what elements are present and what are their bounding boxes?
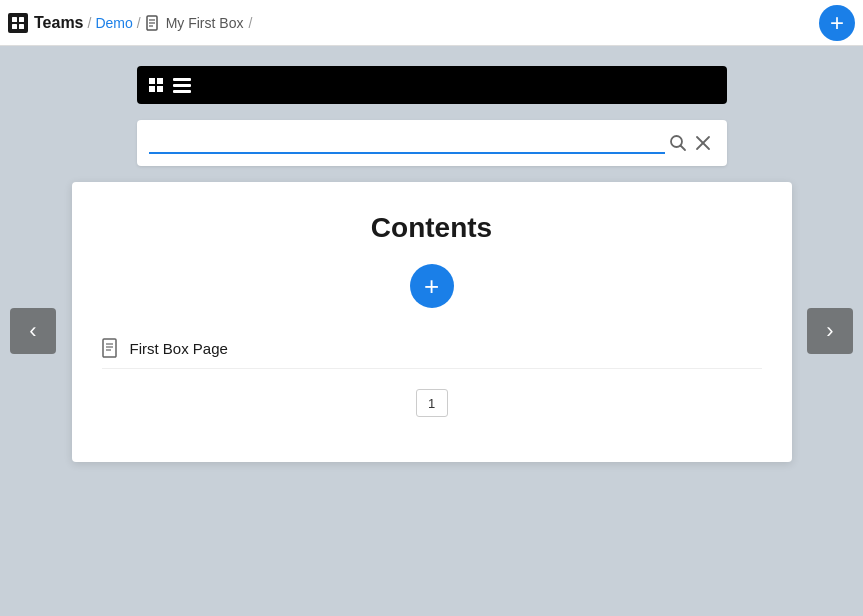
breadcrumb-demo[interactable]: Demo xyxy=(95,15,132,31)
list-item[interactable]: First Box Page xyxy=(102,328,762,369)
svg-rect-1 xyxy=(19,17,24,22)
breadcrumb-sep-1: / xyxy=(88,15,92,31)
svg-rect-3 xyxy=(19,24,24,29)
nav-arrow-left[interactable]: ‹ xyxy=(10,308,56,354)
search-input[interactable] xyxy=(149,133,665,154)
svg-rect-2 xyxy=(12,24,17,29)
search-submit-button[interactable] xyxy=(665,130,691,156)
page-item-icon xyxy=(102,338,120,358)
contents-title: Contents xyxy=(102,212,762,244)
chevron-right-icon: › xyxy=(826,320,833,342)
nav-arrow-right[interactable]: › xyxy=(807,308,853,354)
search-input-wrapper xyxy=(149,133,665,154)
breadcrumb: Teams / Demo / My First Box / xyxy=(8,13,252,33)
svg-line-9 xyxy=(680,146,685,151)
add-page-button[interactable]: + xyxy=(410,264,454,308)
breadcrumb-myfirstbox[interactable]: My First Box / xyxy=(145,15,253,31)
chevron-left-icon: ‹ xyxy=(29,320,36,342)
teams-label: Teams xyxy=(34,14,84,32)
grid-view-icon[interactable] xyxy=(147,76,165,94)
page-number[interactable]: 1 xyxy=(416,389,448,417)
svg-rect-12 xyxy=(103,339,116,357)
toolbar xyxy=(137,66,727,104)
page-item-label: First Box Page xyxy=(130,340,228,357)
close-icon xyxy=(695,135,711,151)
search-icon xyxy=(669,134,687,152)
content-wrapper: Contents + First Box Page 1 ‹ › xyxy=(0,46,863,616)
search-bar xyxy=(137,120,727,166)
svg-rect-0 xyxy=(12,17,17,22)
doc-icon xyxy=(145,15,161,31)
breadcrumb-sep-3: / xyxy=(248,15,252,31)
list-view-icon[interactable] xyxy=(173,76,191,94)
breadcrumb-teams[interactable]: Teams xyxy=(8,13,84,33)
search-clear-button[interactable] xyxy=(691,131,715,155)
top-bar: Teams / Demo / My First Box / + xyxy=(0,0,863,46)
top-add-button[interactable]: + xyxy=(819,5,855,41)
breadcrumb-sep-2: / xyxy=(137,15,141,31)
main-card: Contents + First Box Page 1 xyxy=(72,182,792,462)
teams-icon xyxy=(8,13,28,33)
pagination-bar: 1 xyxy=(102,389,762,417)
myfirstbox-label: My First Box xyxy=(166,15,244,31)
